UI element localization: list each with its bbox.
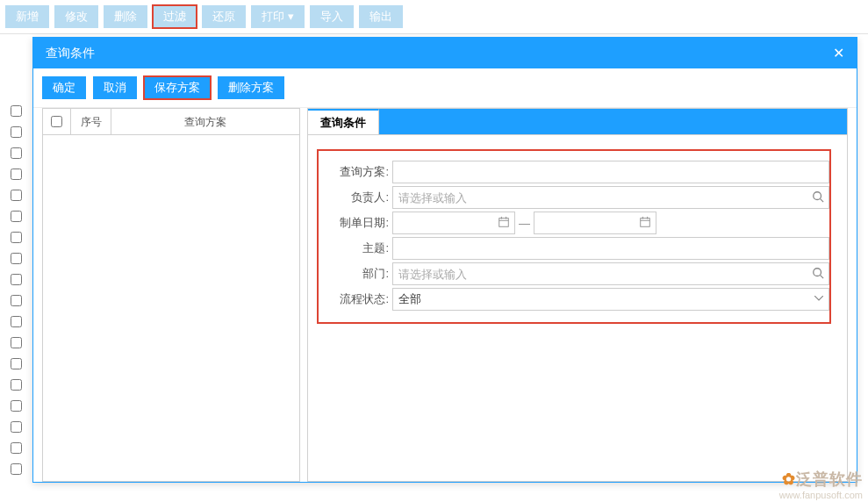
- row-checkbox[interactable]: [11, 316, 22, 327]
- row-checkbox[interactable]: [11, 190, 22, 201]
- row-checkbox[interactable]: [11, 442, 22, 454]
- form-panel: 查询条件 查询方案: 负责人:: [307, 108, 848, 482]
- import-button[interactable]: 导入: [310, 5, 354, 28]
- dept-input[interactable]: [392, 262, 829, 285]
- dialog-title-text: 查询条件: [46, 46, 95, 61]
- row-checkbox[interactable]: [11, 147, 22, 159]
- scheme-list-panel: 序号 查询方案: [42, 108, 300, 482]
- scheme-input[interactable]: [392, 161, 829, 183]
- date-label: 制单日期:: [319, 215, 392, 231]
- status-label: 流程状态:: [319, 291, 392, 307]
- highlighted-form-area: 查询方案: 负责人:: [317, 149, 831, 324]
- main-toolbar: 新增 修改 删除 过滤 还原 打印 ▾ 导入 输出: [0, 0, 868, 34]
- dialog-toolbar: 确定 取消 保存方案 删除方案: [33, 68, 857, 108]
- save-scheme-button[interactable]: 保存方案: [144, 76, 211, 99]
- query-dialog: 查询条件 ✕ 确定 取消 保存方案 删除方案 序号 查询方案 查询条件 查询方: [32, 37, 857, 483]
- owner-input[interactable]: [392, 186, 829, 209]
- filter-button[interactable]: 过滤: [153, 5, 197, 28]
- row-checkbox[interactable]: [11, 463, 22, 475]
- row-checkbox[interactable]: [11, 253, 22, 264]
- tab-bar: 查询条件: [308, 109, 847, 135]
- close-icon[interactable]: ✕: [833, 45, 844, 61]
- date-from-input[interactable]: [392, 212, 515, 234]
- owner-label: 负责人:: [319, 190, 392, 205]
- scheme-list-header: 序号 查询方案: [43, 109, 299, 135]
- row-checkbox[interactable]: [11, 105, 22, 117]
- export-button[interactable]: 输出: [359, 5, 403, 28]
- row-checkbox[interactable]: [11, 295, 22, 306]
- background-checkbox-column: [11, 105, 22, 484]
- subject-label: 主题:: [319, 240, 392, 256]
- col-index: 序号: [71, 109, 111, 134]
- caret-down-icon: ▾: [288, 10, 294, 23]
- row-checkbox[interactable]: [11, 400, 22, 412]
- delete-button[interactable]: 删除: [104, 5, 147, 28]
- row-checkbox[interactable]: [11, 232, 22, 243]
- select-all-checkbox[interactable]: [51, 116, 62, 127]
- scheme-label: 查询方案:: [319, 164, 392, 180]
- row-checkbox[interactable]: [11, 169, 22, 180]
- subject-input[interactable]: [392, 237, 829, 260]
- print-button[interactable]: 打印 ▾: [251, 5, 305, 28]
- dialog-titlebar: 查询条件 ✕: [33, 38, 857, 68]
- row-checkbox[interactable]: [11, 126, 22, 138]
- row-checkbox[interactable]: [11, 421, 22, 433]
- cancel-button[interactable]: 取消: [93, 76, 137, 99]
- status-select[interactable]: [392, 288, 829, 311]
- delete-scheme-button[interactable]: 删除方案: [218, 76, 284, 99]
- col-scheme: 查询方案: [111, 109, 299, 134]
- row-checkbox[interactable]: [11, 358, 22, 369]
- row-checkbox[interactable]: [11, 379, 22, 391]
- edit-button[interactable]: 修改: [54, 5, 98, 28]
- new-button[interactable]: 新增: [5, 5, 49, 28]
- row-checkbox[interactable]: [11, 211, 22, 222]
- dept-label: 部门:: [319, 266, 392, 282]
- tab-query[interactable]: 查询条件: [308, 109, 379, 134]
- restore-button[interactable]: 还原: [202, 5, 246, 28]
- row-checkbox[interactable]: [11, 337, 22, 348]
- tab-bar-fill: [379, 109, 847, 134]
- row-checkbox[interactable]: [11, 274, 22, 285]
- confirm-button[interactable]: 确定: [42, 76, 86, 99]
- date-to-input[interactable]: [534, 212, 656, 234]
- date-range-separator: —: [519, 217, 530, 230]
